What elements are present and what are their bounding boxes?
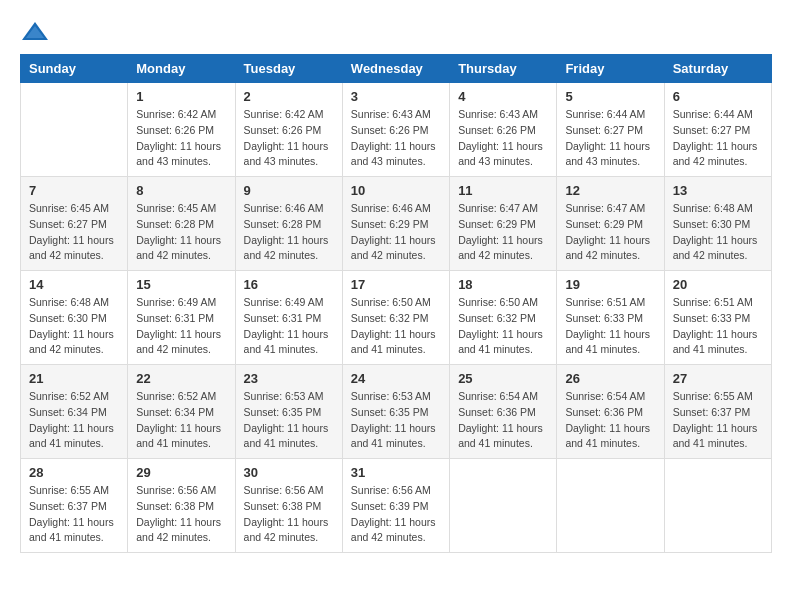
day-cell: 8Sunrise: 6:45 AMSunset: 6:28 PMDaylight… bbox=[128, 177, 235, 271]
week-row-2: 7Sunrise: 6:45 AMSunset: 6:27 PMDaylight… bbox=[21, 177, 772, 271]
day-cell: 28Sunrise: 6:55 AMSunset: 6:37 PMDayligh… bbox=[21, 459, 128, 553]
day-number: 4 bbox=[458, 89, 548, 104]
cell-info: Sunrise: 6:46 AMSunset: 6:28 PMDaylight:… bbox=[244, 202, 329, 261]
day-number: 19 bbox=[565, 277, 655, 292]
week-row-1: 1Sunrise: 6:42 AMSunset: 6:26 PMDaylight… bbox=[21, 83, 772, 177]
day-number: 20 bbox=[673, 277, 763, 292]
cell-info: Sunrise: 6:46 AMSunset: 6:29 PMDaylight:… bbox=[351, 202, 436, 261]
cell-info: Sunrise: 6:47 AMSunset: 6:29 PMDaylight:… bbox=[565, 202, 650, 261]
day-number: 3 bbox=[351, 89, 441, 104]
calendar-table: SundayMondayTuesdayWednesdayThursdayFrid… bbox=[20, 54, 772, 553]
cell-info: Sunrise: 6:48 AMSunset: 6:30 PMDaylight:… bbox=[673, 202, 758, 261]
cell-info: Sunrise: 6:43 AMSunset: 6:26 PMDaylight:… bbox=[458, 108, 543, 167]
day-cell: 13Sunrise: 6:48 AMSunset: 6:30 PMDayligh… bbox=[664, 177, 771, 271]
cell-info: Sunrise: 6:56 AMSunset: 6:39 PMDaylight:… bbox=[351, 484, 436, 543]
day-number: 27 bbox=[673, 371, 763, 386]
day-number: 18 bbox=[458, 277, 548, 292]
day-number: 31 bbox=[351, 465, 441, 480]
cell-info: Sunrise: 6:53 AMSunset: 6:35 PMDaylight:… bbox=[244, 390, 329, 449]
day-number: 10 bbox=[351, 183, 441, 198]
cell-info: Sunrise: 6:50 AMSunset: 6:32 PMDaylight:… bbox=[351, 296, 436, 355]
day-number: 2 bbox=[244, 89, 334, 104]
header-cell-monday: Monday bbox=[128, 55, 235, 83]
cell-info: Sunrise: 6:43 AMSunset: 6:26 PMDaylight:… bbox=[351, 108, 436, 167]
cell-info: Sunrise: 6:54 AMSunset: 6:36 PMDaylight:… bbox=[458, 390, 543, 449]
day-number: 9 bbox=[244, 183, 334, 198]
cell-info: Sunrise: 6:56 AMSunset: 6:38 PMDaylight:… bbox=[244, 484, 329, 543]
day-number: 6 bbox=[673, 89, 763, 104]
cell-info: Sunrise: 6:54 AMSunset: 6:36 PMDaylight:… bbox=[565, 390, 650, 449]
cell-info: Sunrise: 6:47 AMSunset: 6:29 PMDaylight:… bbox=[458, 202, 543, 261]
header-cell-sunday: Sunday bbox=[21, 55, 128, 83]
cell-info: Sunrise: 6:51 AMSunset: 6:33 PMDaylight:… bbox=[565, 296, 650, 355]
cell-info: Sunrise: 6:53 AMSunset: 6:35 PMDaylight:… bbox=[351, 390, 436, 449]
cell-info: Sunrise: 6:42 AMSunset: 6:26 PMDaylight:… bbox=[136, 108, 221, 167]
cell-info: Sunrise: 6:44 AMSunset: 6:27 PMDaylight:… bbox=[673, 108, 758, 167]
day-cell: 10Sunrise: 6:46 AMSunset: 6:29 PMDayligh… bbox=[342, 177, 449, 271]
day-cell: 5Sunrise: 6:44 AMSunset: 6:27 PMDaylight… bbox=[557, 83, 664, 177]
cell-info: Sunrise: 6:45 AMSunset: 6:27 PMDaylight:… bbox=[29, 202, 114, 261]
day-cell: 21Sunrise: 6:52 AMSunset: 6:34 PMDayligh… bbox=[21, 365, 128, 459]
day-number: 7 bbox=[29, 183, 119, 198]
cell-info: Sunrise: 6:55 AMSunset: 6:37 PMDaylight:… bbox=[29, 484, 114, 543]
day-cell: 6Sunrise: 6:44 AMSunset: 6:27 PMDaylight… bbox=[664, 83, 771, 177]
day-cell: 12Sunrise: 6:47 AMSunset: 6:29 PMDayligh… bbox=[557, 177, 664, 271]
day-cell: 11Sunrise: 6:47 AMSunset: 6:29 PMDayligh… bbox=[450, 177, 557, 271]
header-cell-saturday: Saturday bbox=[664, 55, 771, 83]
day-cell: 27Sunrise: 6:55 AMSunset: 6:37 PMDayligh… bbox=[664, 365, 771, 459]
cell-info: Sunrise: 6:45 AMSunset: 6:28 PMDaylight:… bbox=[136, 202, 221, 261]
day-cell: 17Sunrise: 6:50 AMSunset: 6:32 PMDayligh… bbox=[342, 271, 449, 365]
day-number: 13 bbox=[673, 183, 763, 198]
day-number: 17 bbox=[351, 277, 441, 292]
day-number: 12 bbox=[565, 183, 655, 198]
day-cell bbox=[557, 459, 664, 553]
day-number: 21 bbox=[29, 371, 119, 386]
day-cell bbox=[664, 459, 771, 553]
day-cell: 30Sunrise: 6:56 AMSunset: 6:38 PMDayligh… bbox=[235, 459, 342, 553]
day-cell: 19Sunrise: 6:51 AMSunset: 6:33 PMDayligh… bbox=[557, 271, 664, 365]
day-number: 5 bbox=[565, 89, 655, 104]
day-cell: 31Sunrise: 6:56 AMSunset: 6:39 PMDayligh… bbox=[342, 459, 449, 553]
day-number: 22 bbox=[136, 371, 226, 386]
header-cell-tuesday: Tuesday bbox=[235, 55, 342, 83]
day-number: 26 bbox=[565, 371, 655, 386]
day-cell: 3Sunrise: 6:43 AMSunset: 6:26 PMDaylight… bbox=[342, 83, 449, 177]
day-cell: 22Sunrise: 6:52 AMSunset: 6:34 PMDayligh… bbox=[128, 365, 235, 459]
logo-icon bbox=[20, 20, 50, 44]
day-number: 1 bbox=[136, 89, 226, 104]
header-cell-friday: Friday bbox=[557, 55, 664, 83]
cell-info: Sunrise: 6:55 AMSunset: 6:37 PMDaylight:… bbox=[673, 390, 758, 449]
day-cell: 15Sunrise: 6:49 AMSunset: 6:31 PMDayligh… bbox=[128, 271, 235, 365]
day-number: 23 bbox=[244, 371, 334, 386]
day-cell bbox=[21, 83, 128, 177]
day-number: 15 bbox=[136, 277, 226, 292]
cell-info: Sunrise: 6:44 AMSunset: 6:27 PMDaylight:… bbox=[565, 108, 650, 167]
cell-info: Sunrise: 6:56 AMSunset: 6:38 PMDaylight:… bbox=[136, 484, 221, 543]
day-cell: 18Sunrise: 6:50 AMSunset: 6:32 PMDayligh… bbox=[450, 271, 557, 365]
header-row: SundayMondayTuesdayWednesdayThursdayFrid… bbox=[21, 55, 772, 83]
logo bbox=[20, 20, 54, 44]
week-row-4: 21Sunrise: 6:52 AMSunset: 6:34 PMDayligh… bbox=[21, 365, 772, 459]
cell-info: Sunrise: 6:42 AMSunset: 6:26 PMDaylight:… bbox=[244, 108, 329, 167]
cell-info: Sunrise: 6:52 AMSunset: 6:34 PMDaylight:… bbox=[136, 390, 221, 449]
day-cell: 25Sunrise: 6:54 AMSunset: 6:36 PMDayligh… bbox=[450, 365, 557, 459]
cell-info: Sunrise: 6:49 AMSunset: 6:31 PMDaylight:… bbox=[244, 296, 329, 355]
cell-info: Sunrise: 6:50 AMSunset: 6:32 PMDaylight:… bbox=[458, 296, 543, 355]
cell-info: Sunrise: 6:49 AMSunset: 6:31 PMDaylight:… bbox=[136, 296, 221, 355]
day-cell: 9Sunrise: 6:46 AMSunset: 6:28 PMDaylight… bbox=[235, 177, 342, 271]
day-cell: 29Sunrise: 6:56 AMSunset: 6:38 PMDayligh… bbox=[128, 459, 235, 553]
day-cell: 2Sunrise: 6:42 AMSunset: 6:26 PMDaylight… bbox=[235, 83, 342, 177]
day-number: 11 bbox=[458, 183, 548, 198]
page-header bbox=[20, 20, 772, 44]
day-number: 8 bbox=[136, 183, 226, 198]
day-cell bbox=[450, 459, 557, 553]
day-number: 14 bbox=[29, 277, 119, 292]
header-cell-thursday: Thursday bbox=[450, 55, 557, 83]
day-number: 30 bbox=[244, 465, 334, 480]
day-number: 24 bbox=[351, 371, 441, 386]
day-cell: 20Sunrise: 6:51 AMSunset: 6:33 PMDayligh… bbox=[664, 271, 771, 365]
day-cell: 7Sunrise: 6:45 AMSunset: 6:27 PMDaylight… bbox=[21, 177, 128, 271]
header-cell-wednesday: Wednesday bbox=[342, 55, 449, 83]
day-number: 16 bbox=[244, 277, 334, 292]
cell-info: Sunrise: 6:48 AMSunset: 6:30 PMDaylight:… bbox=[29, 296, 114, 355]
